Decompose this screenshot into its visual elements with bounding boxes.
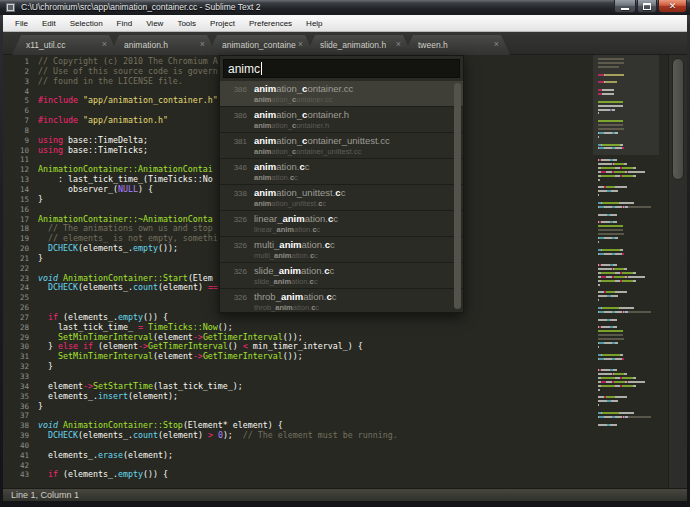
menu-item-preferences[interactable]: Preferences <box>242 17 299 30</box>
code-line[interactable]: 36} <box>3 402 603 412</box>
result-score: 326 <box>225 291 247 312</box>
line-number: 41 <box>3 451 29 461</box>
line-number: 35 <box>3 392 29 402</box>
goto-results-list: 386animation_container.ccanimation_conta… <box>220 81 464 312</box>
editor-scrollbar-thumb[interactable] <box>672 58 684 180</box>
line-number: 2 <box>3 67 29 77</box>
menu-bar: FileEditSelectionFindViewToolsProjectPre… <box>3 15 687 32</box>
line-number: 40 <box>3 441 29 451</box>
tab-tween-h[interactable]: tween.h× <box>404 35 510 55</box>
tab-slide_animation-h[interactable]: slide_animation.h× <box>306 35 412 55</box>
goto-result-row[interactable]: 326throb_animation.ccthrob_animation.cc <box>220 289 464 312</box>
result-filename: multi_animation.cc <box>254 239 455 251</box>
tab-close-icon[interactable]: × <box>102 39 107 49</box>
tab-label: animation_container.h <box>222 40 296 50</box>
goto-result-row[interactable]: 386animation_container.ccanimation_conta… <box>220 81 464 107</box>
goto-result-row[interactable]: 326slide_animation.ccslide_animation.cc <box>220 263 464 289</box>
code-line[interactable]: 31 SetMinTimerInterval(element->GetTimer… <box>3 352 603 362</box>
line-number: 23 <box>3 274 29 284</box>
line-number: 29 <box>3 333 29 343</box>
maximize-button[interactable] <box>637 0 657 13</box>
close-icon: ✕ <box>669 2 677 11</box>
editor-scrollbar[interactable] <box>668 55 687 488</box>
line-number: 36 <box>3 402 29 412</box>
line-number: 32 <box>3 362 29 372</box>
line-number: 26 <box>3 303 29 313</box>
code-line[interactable]: 39 DCHECK(elements_.count(element) > 0);… <box>3 431 603 441</box>
minimap[interactable] <box>598 58 652 432</box>
line-number: 43 <box>3 470 29 480</box>
menu-item-help[interactable]: Help <box>299 17 329 30</box>
tab-animation_container-h[interactable]: animation_container.h× <box>208 35 314 55</box>
menu-item-edit[interactable]: Edit <box>35 17 63 30</box>
line-number: 3 <box>3 77 29 87</box>
result-filename: animation_container_unittest.cc <box>254 135 455 147</box>
status-bar: Line 1, Column 1 <box>3 488 687 501</box>
line-number: 15 <box>3 195 29 205</box>
result-score: 346 <box>225 161 247 184</box>
close-button[interactable]: ✕ <box>658 0 687 13</box>
result-path: throb_animation.cc <box>254 303 455 312</box>
menu-item-file[interactable]: File <box>8 17 35 30</box>
titlebar[interactable]: C:\U\chromium\src\app\animation_containe… <box>0 0 690 15</box>
line-number: 21 <box>3 254 29 264</box>
tab-bar: x11_util.cc×animation.h×animation_contai… <box>3 32 687 55</box>
line-number: 4 <box>3 87 29 97</box>
goto-scrollbar-thumb[interactable] <box>454 83 461 309</box>
goto-result-row[interactable]: 338animation_unittest.ccanimation_unitte… <box>220 185 464 211</box>
result-score: 381 <box>225 135 247 158</box>
line-number: 9 <box>3 136 29 146</box>
result-path: slide_animation.cc <box>254 277 455 286</box>
line-number: 20 <box>3 244 29 254</box>
code-line[interactable]: 43 if (elements_.empty()) { <box>3 470 603 480</box>
tab-x11_util-cc[interactable]: x11_util.cc× <box>12 35 118 55</box>
line-number: 42 <box>3 461 29 471</box>
goto-result-row[interactable]: 326linear_animation.cclinear_animation.c… <box>220 211 464 237</box>
tab-label: animation.h <box>124 40 168 50</box>
result-path: animation_container.cc <box>254 95 455 104</box>
result-path: animation_container.h <box>254 121 455 130</box>
minimize-icon <box>621 8 629 10</box>
goto-result-row[interactable]: 386animation_container.hanimation_contai… <box>220 107 464 133</box>
minimize-button[interactable] <box>614 0 636 13</box>
result-filename: linear_animation.cc <box>254 213 455 225</box>
goto-anything-panel: animc 386animation_container.ccanimation… <box>219 55 464 313</box>
code-line[interactable]: 32 } <box>3 362 603 372</box>
code-line[interactable]: 41 elements_.erase(element); <box>3 451 603 461</box>
tab-animation-h[interactable]: animation.h× <box>110 35 216 55</box>
goto-result-row[interactable]: 381animation_container_unittest.ccanimat… <box>220 133 464 159</box>
line-number: 8 <box>3 126 29 136</box>
goto-query-text: animc <box>228 62 260 76</box>
menu-item-find[interactable]: Find <box>110 17 140 30</box>
menu-item-project[interactable]: Project <box>203 17 242 30</box>
line-number: 22 <box>3 264 29 274</box>
result-score: 386 <box>225 83 247 106</box>
tab-close-icon[interactable]: × <box>494 39 499 49</box>
result-path: animation_unittest.cc <box>254 199 455 208</box>
tab-close-icon[interactable]: × <box>298 39 303 49</box>
code-line[interactable]: 35 elements_.insert(element); <box>3 392 603 402</box>
line-number: 37 <box>3 411 29 421</box>
tab-close-icon[interactable]: × <box>396 39 401 49</box>
result-filename: animation_unittest.cc <box>254 187 455 199</box>
menu-item-view[interactable]: View <box>139 17 170 30</box>
menu-item-tools[interactable]: Tools <box>170 17 203 30</box>
result-score: 326 <box>225 239 247 262</box>
line-number: 1 <box>3 57 29 67</box>
tab-close-icon[interactable]: × <box>200 39 205 49</box>
goto-input[interactable]: animc <box>223 59 460 78</box>
result-score: 386 <box>225 109 247 132</box>
line-number: 14 <box>3 185 29 195</box>
goto-result-row[interactable]: 346animation.ccanimation.cc <box>220 159 464 185</box>
goto-result-row[interactable]: 326multi_animation.ccmulti_animation.cc <box>220 237 464 263</box>
result-path: animation_container_unittest.cc <box>254 147 455 156</box>
line-number: 28 <box>3 323 29 333</box>
result-score: 326 <box>225 213 247 236</box>
line-number: 11 <box>3 155 29 165</box>
sublime-window: C:\U\chromium\src\app\animation_containe… <box>0 0 690 507</box>
result-filename: animation_container.cc <box>254 83 455 95</box>
menu-item-selection[interactable]: Selection <box>63 17 110 30</box>
result-path: animation.cc <box>254 173 455 182</box>
result-filename: slide_animation.cc <box>254 265 455 277</box>
line-number: 25 <box>3 293 29 303</box>
